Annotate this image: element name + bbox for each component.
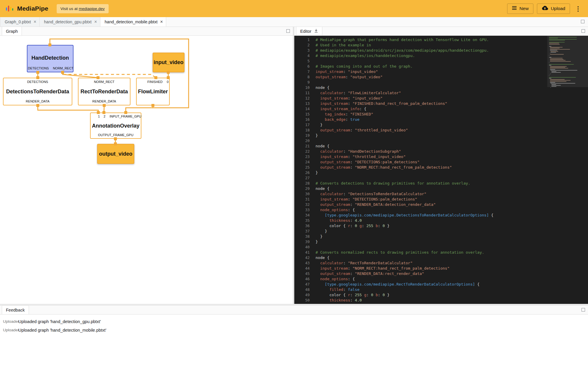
code-line: 14 input_stream_info: { bbox=[294, 106, 547, 112]
line-number: 13 bbox=[298, 101, 316, 106]
file-tab[interactable]: Graph_0.pbtxt× bbox=[0, 17, 40, 27]
line-number: 7 bbox=[298, 69, 316, 74]
graph-node-output-video[interactable]: output_video bbox=[97, 144, 134, 164]
feedback-message: Uploaded graph 'hand_detection_mobile.pb… bbox=[18, 328, 106, 333]
code-line: 34 [type.googleapis.com/mediapipe.Detect… bbox=[294, 213, 547, 218]
line-number: 19 bbox=[298, 133, 316, 138]
mediapipe-logo-icon bbox=[5, 4, 14, 13]
minimap[interactable] bbox=[547, 36, 588, 304]
line-number: 35 bbox=[298, 218, 316, 223]
node-title: AnnotationOverlay bbox=[91, 123, 141, 129]
line-number: 36 bbox=[298, 223, 316, 229]
editor-tab[interactable]: Editor bbox=[296, 27, 322, 35]
graph-canvas[interactable]: HandDetection DETECTIONS NORM_RECT input… bbox=[0, 36, 293, 304]
code-line: 16 back_edge: true bbox=[294, 117, 547, 122]
line-number: 32 bbox=[298, 202, 316, 207]
code-line: 28# Converts detections to drawing primi… bbox=[294, 181, 547, 186]
close-tab-icon[interactable]: × bbox=[160, 19, 163, 24]
graph-node-flowlimiter[interactable]: FINISHED 0 FlowLimiter bbox=[136, 78, 170, 105]
line-number: 50 bbox=[298, 298, 316, 303]
visit-pill[interactable]: Visit us at mediapipe.dev bbox=[57, 4, 109, 13]
file-tab[interactable]: hand_detection_mobile.pbtxt× bbox=[100, 17, 166, 27]
code-line: 36 color { r: 0 g: 255 b: 0 } bbox=[294, 223, 547, 229]
feedback-tab[interactable]: Feedback bbox=[2, 305, 29, 314]
upload-button[interactable]: Upload bbox=[537, 4, 570, 14]
feedback-panel: Feedback UploaderUploaded graph 'hand_de… bbox=[0, 306, 588, 365]
edge-throttled-to-annotation bbox=[126, 108, 153, 113]
code-line: 19} bbox=[294, 133, 547, 138]
file-tab[interactable]: hand_detection_gpu.pbtxt× bbox=[40, 17, 100, 27]
line-number: 17 bbox=[298, 122, 316, 128]
editor-popout-icon[interactable] bbox=[582, 29, 585, 33]
new-button[interactable]: New bbox=[507, 4, 533, 14]
code-line: 37 } bbox=[294, 229, 547, 234]
port-label-input-frame-gpu: INPUT_FRAME_GPU bbox=[110, 115, 141, 118]
port-square bbox=[102, 111, 105, 114]
feedback-row: UploaderUploaded graph 'hand_detection_m… bbox=[0, 326, 588, 334]
graph-node-annotationoverlay[interactable]: 1 2 INPUT_FRAME_GPU AnnotationOverlay OU… bbox=[90, 113, 141, 139]
line-number: 18 bbox=[298, 128, 316, 133]
port-square bbox=[114, 142, 117, 145]
code-line: 50 thickness: 4.0 bbox=[294, 298, 547, 303]
file-tab-label: hand_detection_mobile.pbtxt bbox=[105, 19, 158, 24]
graph-edges bbox=[0, 36, 293, 304]
code-line: 38 } bbox=[294, 234, 547, 239]
port-square bbox=[97, 76, 99, 79]
code-line: 25 output_stream: "NORM_RECT:hand_rect_f… bbox=[294, 165, 547, 170]
code-line: 27 bbox=[294, 175, 547, 181]
code-line: 42node { bbox=[294, 255, 547, 260]
code-line: 17 } bbox=[294, 122, 547, 128]
close-tab-icon[interactable]: × bbox=[34, 19, 36, 24]
line-number: 21 bbox=[298, 144, 316, 149]
line-number: 1 bbox=[298, 37, 316, 43]
port-square bbox=[97, 111, 100, 114]
code-line: 43 calculator: "RectToRenderDataCalculat… bbox=[294, 260, 547, 266]
port-label-finished: FINISHED bbox=[147, 80, 162, 84]
graph-node-detectionstorenderdata[interactable]: DETECTIONS DetectionsToRenderData RENDER… bbox=[3, 78, 72, 105]
feedback-popout-icon[interactable] bbox=[582, 308, 585, 312]
edge-norm-rect bbox=[63, 72, 98, 78]
code-line: 45 output_stream: "RENDER_DATA:rect_rend… bbox=[294, 271, 547, 276]
port-label-zero: 0 bbox=[167, 80, 169, 84]
file-tab-label: hand_detection_gpu.pbtxt bbox=[44, 19, 92, 24]
maximize-icon[interactable] bbox=[581, 20, 584, 23]
code-line: 47 [type.googleapis.com/mediapipe.RectTo… bbox=[294, 282, 547, 287]
line-number: 10 bbox=[298, 85, 316, 90]
node-title: HandDetection bbox=[27, 55, 73, 61]
code-lines: 1# MediaPipe graph that performs hand de… bbox=[294, 37, 547, 304]
graph-node-handdetection[interactable]: HandDetection DETECTIONS NORM_RECT bbox=[27, 45, 74, 72]
code-line: 21node { bbox=[294, 144, 547, 149]
line-number: 46 bbox=[298, 276, 316, 282]
port-square bbox=[36, 104, 39, 107]
more-options-icon[interactable]: ⋮ bbox=[574, 6, 583, 12]
graph-node-recttorenderdata[interactable]: NORM_RECT RectToRenderData RENDER_DATA bbox=[78, 78, 130, 105]
graph-popout-icon[interactable] bbox=[286, 29, 290, 33]
line-number: 9 bbox=[298, 80, 316, 85]
close-tab-icon[interactable]: × bbox=[94, 19, 97, 24]
code-line: 23 input_stream: "throttled_input_video" bbox=[294, 154, 547, 159]
line-number: 38 bbox=[298, 234, 316, 239]
main-split: Graph bbox=[0, 27, 588, 304]
line-number: 34 bbox=[298, 213, 316, 218]
download-icon[interactable] bbox=[314, 29, 318, 34]
port-square bbox=[61, 71, 64, 74]
line-number: 29 bbox=[298, 186, 316, 191]
port-square bbox=[36, 76, 39, 79]
port-label-2: 2 bbox=[104, 115, 105, 118]
code-line: 40 bbox=[294, 245, 547, 250]
node-title: RectToRenderData bbox=[79, 89, 130, 95]
feedback-message: Uploaded graph 'hand_detection_gpu.pbtxt… bbox=[18, 319, 101, 324]
graph-panel-strip: Graph bbox=[0, 27, 293, 36]
port-square bbox=[151, 104, 154, 107]
line-number: 31 bbox=[298, 197, 316, 202]
line-number: 3 bbox=[298, 48, 316, 53]
port-square bbox=[167, 76, 170, 79]
code-editor[interactable]: 1# MediaPipe graph that performs hand de… bbox=[294, 36, 588, 304]
port-label-out: RENDER_DATA bbox=[79, 100, 130, 103]
graph-tab[interactable]: Graph bbox=[2, 27, 22, 35]
feedback-row: UploaderUploaded graph 'hand_detection_g… bbox=[0, 317, 588, 326]
graph-node-input-video[interactable]: input_video bbox=[153, 53, 184, 72]
line-number: 49 bbox=[298, 292, 316, 298]
feedback-source: Uploader bbox=[0, 319, 18, 324]
visit-link[interactable]: mediapipe.dev bbox=[79, 6, 105, 11]
